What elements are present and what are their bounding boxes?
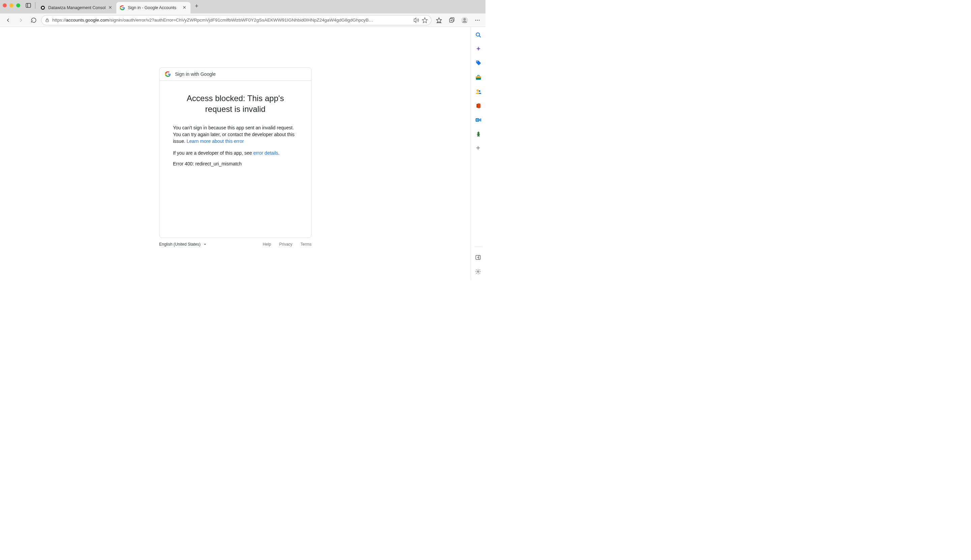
- card-p2-after: .: [278, 150, 279, 156]
- card-title: Access blocked: This app's request is in…: [173, 93, 298, 115]
- collapse-sidebar-icon[interactable]: [475, 254, 482, 261]
- briefcase-icon[interactable]: [475, 74, 482, 81]
- address-bar[interactable]: https://accounts.google.com/signin/oauth…: [41, 15, 431, 25]
- svg-line-20: [479, 36, 481, 37]
- new-tab-button[interactable]: +: [192, 2, 201, 11]
- learn-more-link[interactable]: Learn more about this error: [186, 138, 244, 144]
- google-signin-card: Sign in with Google Access blocked: This…: [159, 67, 311, 238]
- svg-rect-26: [475, 118, 479, 122]
- favorites-button[interactable]: [434, 15, 445, 26]
- card-paragraph-2: If you are a developer of this app, see …: [173, 150, 298, 156]
- tab-google-signin[interactable]: Sign in - Google Accounts: [116, 2, 191, 13]
- svg-point-17: [477, 20, 478, 20]
- tree-icon[interactable]: [475, 131, 482, 137]
- url-text: https://accounts.google.com/signin/oauth…: [52, 18, 410, 23]
- svg-point-18: [479, 20, 480, 20]
- office-icon[interactable]: [475, 102, 482, 109]
- chevron-down-icon: [203, 242, 207, 247]
- tab-favicon-icon: [40, 5, 45, 10]
- search-icon[interactable]: [475, 32, 482, 38]
- read-aloud-icon[interactable]: [413, 17, 419, 23]
- svg-point-24: [476, 89, 479, 92]
- star-favorite-icon[interactable]: [422, 17, 428, 23]
- tab-datawiza[interactable]: Datawiza Management Consol: [37, 2, 116, 13]
- error-code: Error 400: redirect_uri_mismatch: [173, 161, 298, 167]
- tab-favicon-icon: [120, 5, 125, 10]
- refresh-button[interactable]: [28, 15, 39, 26]
- language-selector[interactable]: English (United States): [159, 242, 207, 247]
- language-label: English (United States): [159, 242, 201, 247]
- maximize-window-button[interactable]: [16, 3, 20, 7]
- collections-button[interactable]: [446, 15, 457, 26]
- forward-button[interactable]: [15, 15, 26, 26]
- browser-toolbar: https://accounts.google.com/signin/oauth…: [0, 13, 486, 27]
- svg-marker-8: [423, 18, 428, 23]
- lock-icon: [45, 18, 50, 23]
- svg-point-15: [463, 18, 466, 20]
- card-header: Sign in with Google: [159, 68, 311, 81]
- browser-tab-strip: Datawiza Management Consol Sign in - Goo…: [0, 0, 486, 13]
- privacy-link[interactable]: Privacy: [279, 242, 292, 247]
- svg-rect-7: [46, 20, 48, 22]
- divider: [475, 247, 483, 247]
- tabs: Datawiza Management Consol Sign in - Goo…: [37, 0, 201, 13]
- people-icon[interactable]: [475, 88, 482, 95]
- svg-point-16: [475, 20, 476, 20]
- card-paragraph-1: You can't sign in because this app sent …: [173, 124, 298, 145]
- card-footer: English (United States) Help Privacy Ter…: [159, 242, 311, 247]
- sparkle-icon[interactable]: [475, 46, 482, 53]
- page-content: Sign in with Google Access blocked: This…: [0, 27, 471, 280]
- google-logo-icon: [165, 71, 171, 77]
- settings-gear-icon[interactable]: [475, 268, 482, 275]
- close-window-button[interactable]: [3, 3, 7, 7]
- browser-right-sidebar: [471, 27, 486, 280]
- window-controls: [3, 3, 20, 7]
- back-button[interactable]: [3, 15, 13, 26]
- add-sidebar-icon[interactable]: [475, 145, 482, 152]
- svg-rect-23: [476, 77, 481, 78]
- panel-toggle-button[interactable]: [24, 2, 32, 10]
- more-menu-button[interactable]: [472, 15, 483, 26]
- error-details-link[interactable]: error details: [253, 150, 278, 156]
- shopping-tag-icon[interactable]: [475, 60, 482, 67]
- outlook-icon[interactable]: [475, 117, 482, 123]
- card-header-text: Sign in with Google: [175, 72, 216, 77]
- svg-point-32: [477, 271, 479, 273]
- card-p2-text: If you are a developer of this app, see: [173, 150, 253, 156]
- svg-point-25: [478, 90, 480, 92]
- help-link[interactable]: Help: [262, 242, 271, 247]
- svg-rect-0: [26, 3, 31, 7]
- close-tab-icon[interactable]: [108, 5, 113, 10]
- divider: [35, 2, 35, 9]
- svg-marker-9: [436, 18, 442, 23]
- minimize-window-button[interactable]: [10, 3, 13, 7]
- svg-point-19: [476, 33, 480, 36]
- terms-link[interactable]: Terms: [301, 242, 311, 247]
- profile-avatar-button[interactable]: [459, 15, 470, 26]
- tab-title: Sign in - Google Accounts: [128, 5, 180, 10]
- tab-title: Datawiza Management Consol: [48, 5, 105, 10]
- close-tab-icon[interactable]: [182, 5, 187, 10]
- footer-links: Help Privacy Terms: [262, 242, 311, 247]
- svg-point-21: [477, 61, 478, 62]
